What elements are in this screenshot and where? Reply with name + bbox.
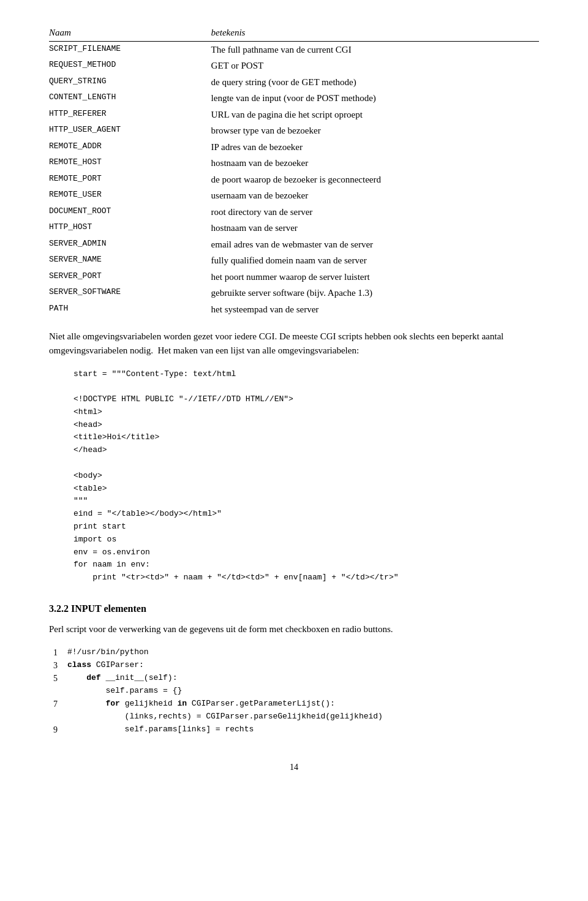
table-row: HTTP_USER_AGENTbrowser type van de bezoe… <box>49 123 539 139</box>
env-name: HTTP_REFERER <box>49 107 211 123</box>
line-code: for gelijkheid in CGIParser.getParameter… <box>67 698 539 711</box>
code-block-2: 1#!/usr/bin/python3class CGIParser:5 def… <box>49 646 539 736</box>
table-row: PATHhet systeempad van de server <box>49 301 539 318</box>
env-name: SERVER_ADMIN <box>49 236 211 253</box>
line-number: 3 <box>49 659 67 672</box>
table-row: SERVER_NAMEfully qualified domein naam v… <box>49 252 539 269</box>
page-number: 14 <box>49 761 539 774</box>
line-number: 7 <box>49 698 67 711</box>
line-number: 5 <box>49 672 67 685</box>
line-number <box>49 685 67 698</box>
env-desc: hostnaam van de bezoeker <box>211 155 539 172</box>
line-number <box>49 711 67 723</box>
env-name: SERVER_NAME <box>49 252 211 269</box>
env-desc: fully qualified domein naam van de serve… <box>211 252 539 269</box>
table-row: QUERY_STRINGde query string (voor de GET… <box>49 74 539 91</box>
table-row: SERVER_SOFTWAREgebruikte server software… <box>49 285 539 301</box>
env-desc: het systeempad van de server <box>211 301 539 318</box>
code-line: self.params = {} <box>49 685 539 698</box>
env-desc: gebruikte server software (bijv. Apache … <box>211 285 539 301</box>
table-row: DOCUMENT_ROOTroot directory van de serve… <box>49 204 539 221</box>
env-desc: hostnaam van de server <box>211 220 539 236</box>
code-line: 3class CGIParser: <box>49 659 539 672</box>
env-desc: URL van de pagina die het script oproept <box>211 107 539 123</box>
paragraph2: Perl script voor de verwerking van de ge… <box>49 622 539 636</box>
table-row: CONTENT_LENGTHlengte van de input (voor … <box>49 90 539 107</box>
line-number: 9 <box>49 723 67 736</box>
env-desc: usernaam van de bezoeker <box>211 187 539 204</box>
env-desc: IP adres van de bezoeker <box>211 139 539 156</box>
table-row: REMOTE_HOSThostnaam van de bezoeker <box>49 155 539 172</box>
table-row: SERVER_ADMINemail adres van de webmaster… <box>49 236 539 253</box>
env-desc: GET or POST <box>211 58 539 74</box>
env-name: SCRIPT_FILENAME <box>49 41 211 58</box>
code-line: 1#!/usr/bin/python <box>49 646 539 659</box>
env-desc: lengte van de input (voor de POST method… <box>211 90 539 107</box>
code-block-1: start = """Content-Type: text/html <!DOC… <box>74 368 539 585</box>
env-table: Naam betekenis SCRIPT_FILENAMEThe full p… <box>49 25 539 317</box>
env-desc: het poort nummer waarop de server luiste… <box>211 269 539 285</box>
table-row: HTTP_REFERERURL van de pagina die het sc… <box>49 107 539 123</box>
table-row: REMOTE_USERusernaam van de bezoeker <box>49 187 539 204</box>
env-name: REMOTE_ADDR <box>49 139 211 156</box>
table-row: REMOTE_ADDRIP adres van de bezoeker <box>49 139 539 156</box>
env-name: SERVER_SOFTWARE <box>49 285 211 301</box>
env-desc: root directory van de server <box>211 204 539 221</box>
env-desc: The full pathname van de current CGI <box>211 41 539 58</box>
env-name: HTTP_USER_AGENT <box>49 123 211 139</box>
env-desc: browser type van de bezoeker <box>211 123 539 139</box>
table-row: REQUEST_METHODGET or POST <box>49 58 539 74</box>
paragraph1: Niet alle omgevingsvariabelen worden gez… <box>49 330 539 358</box>
env-name: REMOTE_HOST <box>49 155 211 172</box>
env-desc: de query string (voor de GET methode) <box>211 74 539 91</box>
env-name: DOCUMENT_ROOT <box>49 204 211 221</box>
table-row: HTTP_HOSThostnaam van de server <box>49 220 539 236</box>
env-desc: de poort waarop de bezoeker is geconnect… <box>211 172 539 188</box>
line-code: (links,rechts) = CGIParser.parseGelijkhe… <box>67 711 539 723</box>
table-row: SERVER_PORThet poort nummer waarop de se… <box>49 269 539 285</box>
code-line: 7 for gelijkheid in CGIParser.getParamet… <box>49 698 539 711</box>
table-row: REMOTE_PORTde poort waarop de bezoeker i… <box>49 172 539 188</box>
code-line: 5 def __init__(self): <box>49 672 539 685</box>
table-row: SCRIPT_FILENAMEThe full pathname van de … <box>49 41 539 58</box>
line-code: def __init__(self): <box>67 672 539 685</box>
env-name: QUERY_STRING <box>49 74 211 91</box>
env-desc: email adres van de webmaster van de serv… <box>211 236 539 253</box>
code-line: (links,rechts) = CGIParser.parseGelijkhe… <box>49 711 539 723</box>
col-betekenis-header: betekenis <box>211 25 539 41</box>
env-name: SERVER_PORT <box>49 269 211 285</box>
env-table-section: Naam betekenis SCRIPT_FILENAMEThe full p… <box>49 25 539 317</box>
line-code: self.params[links] = rechts <box>67 723 539 736</box>
env-name: CONTENT_LENGTH <box>49 90 211 107</box>
line-code: class CGIParser: <box>67 659 539 672</box>
line-number: 1 <box>49 646 67 659</box>
col-naam-header: Naam <box>49 25 211 41</box>
code-line: 9 self.params[links] = rechts <box>49 723 539 736</box>
env-name: REQUEST_METHOD <box>49 58 211 74</box>
env-name: PATH <box>49 301 211 318</box>
line-code: #!/usr/bin/python <box>67 646 539 659</box>
env-name: HTTP_HOST <box>49 220 211 236</box>
env-name: REMOTE_PORT <box>49 172 211 188</box>
env-name: REMOTE_USER <box>49 187 211 204</box>
section-heading-322: 3.2.2 INPUT elementen <box>49 601 539 616</box>
line-code: self.params = {} <box>67 685 539 698</box>
